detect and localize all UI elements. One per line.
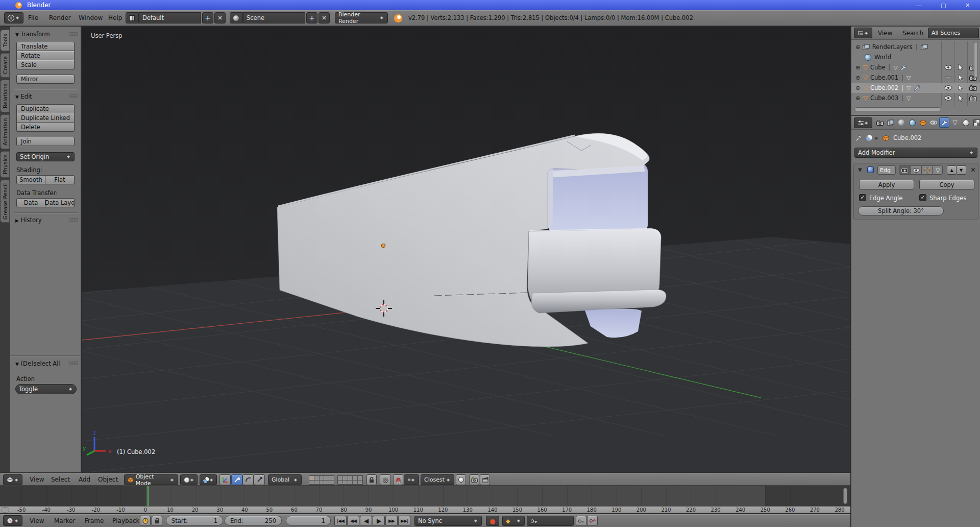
modifier-delete-icon[interactable]: ✕ [970,166,976,174]
edge-angle-checkbox[interactable]: ✓ [859,194,866,201]
menu-render[interactable]: Render [49,14,71,21]
selectability-icon[interactable] [958,95,963,102]
outliner-row-cube001[interactable]: ⊕ ▽ Cube.001 | ▽ [851,73,980,83]
tab-constraints[interactable] [928,117,939,128]
outliner-menu-search[interactable]: Search [902,30,923,37]
set-origin-dropdown[interactable]: Set Origin [16,152,75,161]
timeline-area[interactable]: -50-40-30-20-100102030405060708090100110… [0,486,850,513]
play-reverse-button[interactable]: ◀ [360,516,372,526]
toggle-edit-mode-icon[interactable] [922,166,933,174]
tab-render[interactable] [875,117,885,128]
menu-tl-marker[interactable]: Marker [54,517,75,524]
expand-icon[interactable]: ⊕ [855,94,861,102]
delete-scene-button[interactable]: ✕ [318,12,330,23]
mirror-button[interactable]: Mirror [16,75,75,84]
minimize-button[interactable]: — [916,2,922,9]
menu-help[interactable]: Help [108,14,122,21]
outliner-row-cube002-selected[interactable]: ⊕ ▽ Cube.002 | ▽ [851,83,980,93]
shade-smooth-button[interactable]: Smooth [16,175,45,184]
expand-icon[interactable]: ⊕ [855,43,861,51]
tab-object[interactable] [918,117,928,128]
menu-tl-playback[interactable]: Playback [112,517,140,524]
start-frame-field[interactable]: Start:1 [166,516,223,525]
play-button[interactable]: ▶ [373,516,385,526]
sync-dropdown[interactable]: No Sync [414,516,482,526]
object-ball-icon[interactable] [866,135,872,141]
selectability-icon[interactable] [958,75,963,81]
screen-layout-field[interactable]: Default [139,12,201,23]
delete-layout-button[interactable]: ✕ [214,12,226,23]
panel-transform-title[interactable]: ▼ Transform [15,31,50,38]
editor-type-button-3dview[interactable] [3,474,22,485]
toggle-render-icon[interactable] [899,166,911,174]
snap-element-dropdown[interactable] [404,474,419,485]
opengl-render-button[interactable] [469,474,479,485]
expand-icon[interactable]: ⊕ [855,84,861,91]
menu-add[interactable]: Add [79,476,90,483]
menu-select[interactable]: Select [51,476,70,483]
editor-type-button-timeline[interactable] [3,515,22,526]
timeline-vscrollbar[interactable] [843,488,847,504]
modifier-move-down-button[interactable]: ▼ [957,165,966,175]
manipulator-toggle-button[interactable] [219,474,231,485]
active-keying-set-field[interactable] [527,516,574,526]
viewport-shading-dropdown[interactable] [180,474,198,485]
scene-field[interactable]: Scene [243,12,305,23]
outliner-filter-dropdown[interactable]: All Scenes [928,28,979,38]
rotate-button[interactable]: Rotate [16,51,75,60]
lock-to-scene-button[interactable] [366,474,377,485]
duplicate-button[interactable]: Duplicate [16,104,75,113]
snap-target-dropdown[interactable]: Closest [421,474,454,485]
object-origin-point[interactable] [382,244,385,248]
tool-tab-relations[interactable]: Relations [1,80,10,112]
layer-cell-active[interactable] [309,476,314,480]
pivot-center-dropdown[interactable] [200,474,217,485]
toggle-view-icon[interactable] [911,166,922,174]
tab-texture[interactable] [971,117,980,128]
menu-tl-view[interactable]: View [30,517,44,524]
modifier-copy-button[interactable]: Copy [919,180,974,189]
editor-type-button-properties[interactable] [854,117,872,128]
duplicate-linked-button[interactable]: Duplicate Linked [16,113,75,123]
tool-tab-create[interactable]: Create [1,53,10,78]
menu-tl-frame[interactable]: Frame [85,517,104,524]
visibility-eye-icon[interactable] [944,85,952,90]
add-layout-button[interactable]: + [202,12,213,23]
visibility-eye-icon[interactable] [944,95,952,101]
close-button[interactable]: ✕ [965,2,970,9]
maximize-button[interactable]: ▢ [941,2,946,9]
translate-button[interactable]: Translate [16,42,75,51]
outliner-menu-view[interactable]: View [878,30,892,37]
insert-keyframe-button[interactable] [576,516,586,526]
data-transfer-data-button[interactable]: Data [16,198,45,207]
jump-to-start-button[interactable]: |◀◀ [334,516,347,526]
tab-material[interactable] [961,117,971,128]
outliner-row-world[interactable]: World [851,52,980,62]
renderability-icon[interactable] [969,85,977,91]
scale-button[interactable]: Scale [16,60,75,69]
renderability-icon[interactable] [969,95,977,101]
jump-to-end-button[interactable]: ▶▶| [398,516,410,526]
tab-world[interactable] [907,117,917,128]
selectability-icon[interactable] [958,64,963,71]
delete-keyframe-button[interactable] [587,516,598,526]
data-transfer-layout-button[interactable]: Data Layo [45,198,75,207]
layout-icon-button[interactable] [126,12,139,23]
outliner-row-cube003[interactable]: ⊕ ▽ Cube.003 | ▽ [851,93,980,103]
tab-modifiers[interactable] [939,117,949,128]
toggle-cage-icon[interactable]: ▽ [933,166,943,174]
prev-keyframe-button[interactable]: ◀◀ [347,516,359,526]
manipulator-translate-button[interactable] [231,474,242,485]
tool-tab-grease-pencil[interactable]: Grease Pencil [1,180,10,223]
panel-edit-title[interactable]: ▼ Edit [15,93,32,100]
pin-icon[interactable] [855,135,862,141]
timeline-ruler[interactable]: -50-40-30-20-100102030405060708090100110… [0,506,850,513]
render-engine-dropdown[interactable]: Blender Render [335,12,388,23]
time-indicator-toggle[interactable] [140,516,151,526]
opengl-render-anim-button[interactable] [480,474,490,485]
add-modifier-dropdown[interactable]: Add Modifier [854,148,977,158]
proportional-edit-button[interactable]: ◎ [380,474,391,485]
ruler-scroll-cap[interactable] [1,507,9,513]
modifier-move-up-button[interactable]: ▲ [947,165,957,175]
redo-panel-title[interactable]: ▼ (De)select All [15,360,60,367]
